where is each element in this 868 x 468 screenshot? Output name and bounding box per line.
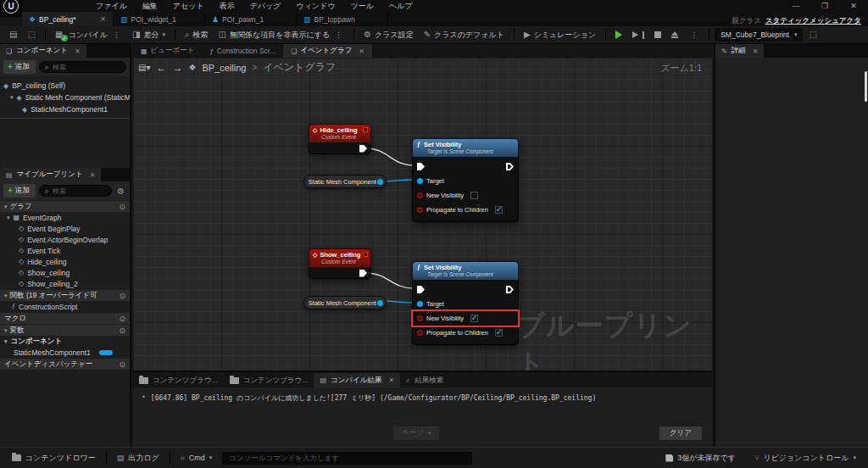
compile-options-icon[interactable]: ⋮ [111,31,122,39]
play-button[interactable] [611,29,626,41]
close-tab-icon[interactable]: ✕ [753,47,759,55]
close-tab-icon[interactable]: ✕ [90,171,96,179]
close-tab-icon[interactable]: ✕ [388,376,394,384]
section-functions[interactable]: ▾関数 (19 オーバーライド可⊙ [0,290,130,301]
eye-icon[interactable]: ⊙ [119,326,125,335]
event-graph-canvas[interactable]: ▤▾ ← → ❖ BP_ceiling > イベントグラフ ズーム1:1 ブルー… [133,58,712,370]
menu-help[interactable]: ヘルプ [381,0,420,12]
unsaved-status-button[interactable]: 3個が未保存です [660,448,741,468]
find-button[interactable]: ⌕検索 [181,28,213,42]
debug-browse-button[interactable]: ⬚ [804,29,821,41]
exec-output-pin[interactable] [359,270,367,277]
close-tab-icon[interactable]: ✕ [359,47,364,55]
browse-button[interactable]: ⬚ [23,29,39,41]
item-staticmeshcomponent1[interactable]: StaticMeshComponent1 [0,347,130,358]
maximize-button[interactable]: ❐ [810,0,839,12]
components-search-input[interactable] [53,64,120,71]
content-drawer-button[interactable]: コンテンツドロワー [7,448,101,468]
new-visibility-pin[interactable] [417,192,423,198]
new-visibility-pin[interactable] [417,315,423,321]
menu-edit[interactable]: 編集 [135,0,165,12]
node-set-visibility-2[interactable]: ƒSet Visibility Target is Scene Componen… [412,261,519,345]
object-output-pin[interactable] [377,179,383,185]
tree-item-staticmesh[interactable]: ▾ ◈Static Mesh Component (StaticMeshCo [0,92,130,103]
parent-class-link[interactable]: スタティックメッシュアクタ [765,16,861,26]
new-visibility-checkbox[interactable] [470,315,478,322]
node-hide-ceiling-event[interactable]: ◇Hide_ceiling Custom Event [309,124,371,154]
tab-bp-toppawn[interactable]: ▥ BP_toppawn [297,12,388,26]
tab-event-graph[interactable]: ❏イベントグラフ✕ [283,44,372,58]
minimize-button[interactable]: — [782,0,810,12]
close-tab-icon[interactable]: ✕ [100,15,106,23]
my-blueprint-search-input[interactable] [53,187,106,195]
tab-components[interactable]: ❏ コンポーネント ✕ [0,44,86,58]
menu-view[interactable]: 表示 [212,0,242,12]
revision-control-button[interactable]: ⑂リビジョンコントロール▾ [749,448,861,468]
page-dropdown[interactable]: ページ▾ [393,426,439,440]
tree-item-self[interactable]: ◈BP_ceiling (Self) [0,80,130,92]
menu-tools[interactable]: ツール [343,0,381,12]
tab-my-blueprint[interactable]: ▤ マイブループリント ✕ [0,168,101,181]
item-event-actorbeginoverlap[interactable]: ◇Event ActorBeginOverlap [0,234,130,245]
target-pin[interactable] [417,178,423,184]
new-visibility-checkbox[interactable] [470,192,478,199]
tab-construction-script[interactable]: ƒConstruction Scr... [202,44,283,58]
section-event-dispatchers[interactable]: イベントディスパッチャー⊙ [0,359,130,370]
item-event-tick[interactable]: ◇Event Tick [0,245,130,256]
delegate-pin[interactable] [363,252,368,257]
node-set-visibility-1[interactable]: ƒSet Visibility Target is Scene Componen… [412,138,519,222]
add-component-button[interactable]: +追加 [3,60,36,74]
exec-output-pin[interactable] [506,286,514,293]
item-event-beginplay[interactable]: ◇Event BeginPlay [0,223,130,234]
components-search[interactable]: ⌕ [39,61,126,73]
exec-input-pin[interactable] [417,163,425,170]
expander-icon[interactable]: ▾ [10,94,14,101]
hide-unrelated-options-icon[interactable]: ⋮ [333,31,344,39]
eject-button[interactable] [667,30,682,40]
scrollbar-thumb[interactable] [865,71,867,102]
eye-icon[interactable]: ⊙ [119,203,125,211]
hide-unrelated-button[interactable]: ◫無関係な項目を非表示にする⋮ [214,28,349,42]
graph-history-icon[interactable]: ▤▾ [138,63,150,72]
back-arrow-icon[interactable]: ← [156,62,166,74]
section-graphs[interactable]: ▾グラフ⊙ [0,201,130,212]
close-tab-icon[interactable]: ✕ [75,47,81,55]
tree-item-staticmesh1[interactable]: ◈StaticMeshComponent1 [0,103,130,115]
node-show-ceiling-event[interactable]: ◇Show_ceiling Custom Event [309,248,371,279]
tab-details[interactable]: ✎ 詳細 ✕ [715,44,764,58]
play-options-button[interactable]: ⋮ [684,29,704,41]
exec-input-pin[interactable] [417,286,425,293]
tab-compile-results[interactable]: ▤コンパイル結果✕ [314,373,400,387]
compile-button[interactable]: コンパイル⋮ [51,28,126,42]
new-visibility-row-highlighted[interactable]: New Visibility [413,311,518,326]
section-variables[interactable]: ▾変数⊙ [0,325,130,336]
tab-viewport[interactable]: ▦ビューポート [133,44,202,58]
clear-button[interactable]: クリア [659,426,702,440]
forward-arrow-icon[interactable]: → [172,62,182,74]
class-defaults-button[interactable]: ✎クラスのデフォルト [420,28,509,42]
breadcrumb-current[interactable]: イベントグラフ [263,60,336,75]
node-static-mesh-variable-1[interactable]: Static Mesh Component 1 [303,175,387,188]
propagate-pin[interactable] [417,207,423,213]
class-settings-button[interactable]: ⚙クラス設定 [359,28,418,42]
exec-output-pin[interactable] [506,163,514,170]
eye-icon[interactable]: ⊙ [119,315,125,323]
menu-file[interactable]: ファイル [88,0,135,12]
tab-bp-ceiling[interactable]: ❖ BP_ceiling* ✕ [22,12,114,26]
delegate-pin[interactable] [363,127,368,132]
close-button[interactable]: ✕ [839,0,868,12]
tab-find-results[interactable]: ⌕結果検索 [400,373,449,387]
tab-poi-pawn[interactable]: ♟ POI_pawn_1 [205,12,297,26]
add-blueprint-item-button[interactable]: +追加 [3,184,36,198]
item-eventgraph[interactable]: ▾▦EventGraph [0,212,130,223]
frame-skip-button[interactable] [628,30,648,41]
node-static-mesh-variable-2[interactable]: Static Mesh Component 1 [303,296,387,309]
object-output-pin[interactable] [377,300,383,306]
debug-object-dropdown[interactable]: SM_Cube7_Blueprint▾ [715,28,803,42]
menu-window[interactable]: ウィンドウ [289,0,343,12]
simulation-button[interactable]: ▶シミュレーション [520,28,600,42]
item-show-ceiling[interactable]: ◇Show_ceiling [0,267,130,278]
save-button[interactable]: ▤ [5,29,21,41]
cmd-dropdown[interactable]: ⌗Cmd▾ [175,448,218,468]
my-blueprint-search[interactable]: ⌕ [39,185,112,197]
